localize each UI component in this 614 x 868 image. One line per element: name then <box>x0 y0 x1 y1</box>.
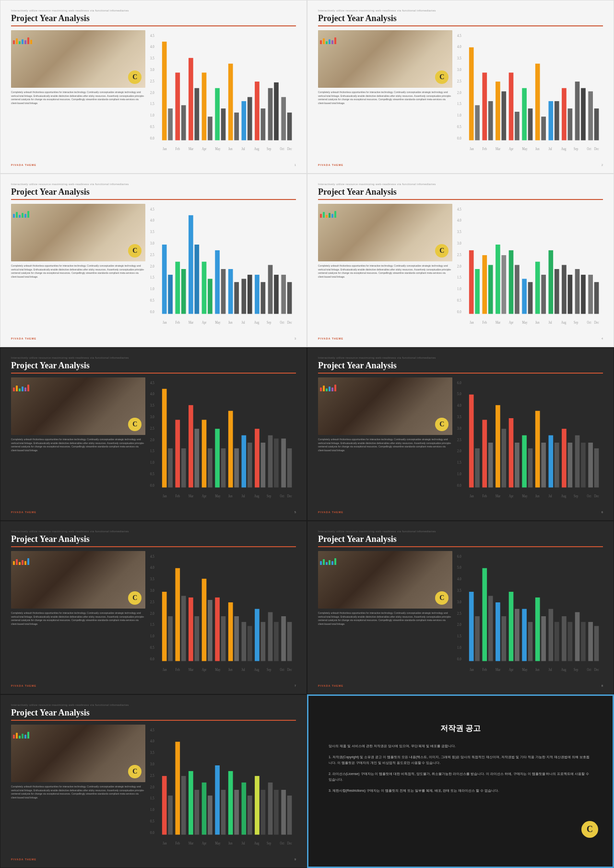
slide-1-thumbnail: C <box>11 30 145 88</box>
slide-9-body: Completely unleash frictionless opportun… <box>11 785 145 799</box>
slide-7-footer: PIVADA THEME 7 <box>11 684 296 687</box>
svg-text:3.5: 3.5 <box>150 230 154 235</box>
svg-text:Jul: Jul <box>549 668 552 672</box>
svg-text:Mar: Mar <box>189 320 194 325</box>
svg-text:0.0: 0.0 <box>150 136 154 141</box>
slide-8-title: Project Year Analysis <box>318 534 603 547</box>
svg-text:Oct: Oct <box>587 320 591 325</box>
svg-text:May: May <box>215 320 221 325</box>
svg-text:Apr: Apr <box>202 320 207 325</box>
slide-8-left: C Completely unleash frictionless opport… <box>318 551 452 681</box>
slide-4-body: Completely unleash frictionless opportun… <box>318 264 452 279</box>
svg-text:Apr: Apr <box>509 147 514 151</box>
svg-text:Jan: Jan <box>470 147 474 151</box>
slide-3-content: C Completely unleash frictionless opport… <box>11 204 296 334</box>
svg-rect-100 <box>215 250 220 314</box>
slide-7-content: C Completely unleash frictionless opport… <box>11 551 296 681</box>
svg-text:Apr: Apr <box>202 668 207 672</box>
svg-text:0.5: 0.5 <box>457 124 461 129</box>
svg-text:4.5: 4.5 <box>150 33 154 38</box>
svg-text:Oct: Oct <box>280 668 284 672</box>
svg-text:Sep: Sep <box>267 147 272 151</box>
slide-7-page: 7 <box>295 684 296 687</box>
slide-3-title: Project Year Analysis <box>11 187 296 200</box>
svg-rect-24 <box>255 82 260 140</box>
slide-6-chart: 6.0 5.0 4.0 3.5 3.0 2.5 2.0 1.5 1.0 0.0 <box>457 377 603 508</box>
svg-text:May: May <box>522 147 528 151</box>
svg-rect-343 <box>195 790 200 835</box>
svg-text:Jan: Jan <box>163 320 167 325</box>
svg-rect-229 <box>562 429 567 487</box>
ad-logo: C <box>581 821 598 838</box>
svg-text:2.0: 2.0 <box>150 785 154 789</box>
svg-rect-230 <box>568 443 573 488</box>
svg-rect-226 <box>542 443 546 488</box>
slide-7-subtitle: Interactively utilize resource maximizin… <box>11 530 296 533</box>
svg-rect-16 <box>202 72 207 140</box>
svg-text:0.0: 0.0 <box>150 483 154 488</box>
svg-rect-175 <box>168 448 173 488</box>
svg-rect-183 <box>221 448 226 488</box>
slide-5-brand: PIVADA THEME <box>11 511 36 514</box>
svg-text:Jan: Jan <box>470 320 474 325</box>
svg-text:2.0: 2.0 <box>457 264 461 269</box>
svg-rect-215 <box>469 395 474 488</box>
svg-rect-261 <box>195 616 200 661</box>
svg-rect-218 <box>488 443 493 488</box>
svg-text:1.5: 1.5 <box>150 275 154 280</box>
svg-rect-92 <box>162 245 167 314</box>
svg-rect-341 <box>181 776 186 834</box>
svg-text:Mar: Mar <box>189 147 194 151</box>
svg-rect-147 <box>562 265 567 314</box>
svg-text:4.5: 4.5 <box>150 554 154 559</box>
svg-rect-234 <box>594 448 599 488</box>
svg-rect-270 <box>255 609 260 661</box>
svg-rect-184 <box>228 411 233 488</box>
svg-rect-148 <box>568 275 573 314</box>
svg-rect-257 <box>168 616 173 661</box>
slide-4-left: C Completely unleash frictionless opport… <box>318 204 452 334</box>
svg-text:Dec: Dec <box>287 841 292 845</box>
svg-text:2.5: 2.5 <box>457 611 461 616</box>
slide-4-chart: 4.5 4.0 3.5 3.0 2.5 2.0 1.5 1.0 0.5 0.0 <box>457 204 603 334</box>
svg-text:4.5: 4.5 <box>457 207 461 211</box>
svg-rect-232 <box>581 443 586 488</box>
svg-rect-189 <box>261 443 266 488</box>
svg-rect-61 <box>535 64 540 141</box>
svg-text:Jan: Jan <box>163 841 167 845</box>
svg-text:3.5: 3.5 <box>457 588 461 593</box>
svg-rect-354 <box>268 783 273 835</box>
svg-rect-70 <box>594 108 599 140</box>
svg-text:1.0: 1.0 <box>150 460 154 465</box>
svg-rect-345 <box>208 796 213 835</box>
slide-4-subtitle: Interactively utilize resource maximizin… <box>318 183 603 186</box>
svg-rect-135 <box>483 255 487 314</box>
slide-4-content: C Completely unleash frictionless opport… <box>318 204 603 334</box>
svg-rect-179 <box>195 429 200 487</box>
svg-rect-25 <box>261 108 266 140</box>
svg-rect-62 <box>542 117 546 140</box>
slide-6-page: 6 <box>602 511 603 514</box>
svg-text:3.0: 3.0 <box>150 762 154 766</box>
slide-9-content: C Completely unleash frictionless opport… <box>11 725 296 855</box>
slide-4-page: 4 <box>602 337 603 340</box>
svg-rect-216 <box>475 448 480 488</box>
svg-rect-111 <box>287 282 292 314</box>
svg-rect-300 <box>488 596 493 661</box>
svg-rect-143 <box>535 262 540 314</box>
svg-text:Dec: Dec <box>287 147 292 151</box>
svg-text:Oct: Oct <box>587 668 591 672</box>
svg-rect-303 <box>509 592 514 661</box>
svg-text:Aug: Aug <box>561 494 567 498</box>
svg-text:0.5: 0.5 <box>150 471 154 476</box>
svg-text:Dec: Dec <box>594 320 599 325</box>
svg-rect-136 <box>488 265 493 314</box>
slide-5-page: 5 <box>295 511 296 514</box>
slide-1-content: C Completely unleash frictionless opport… <box>11 30 296 161</box>
svg-rect-102 <box>228 269 233 314</box>
svg-rect-141 <box>522 279 527 314</box>
svg-text:Aug: Aug <box>254 668 260 672</box>
svg-text:4.0: 4.0 <box>150 565 154 570</box>
svg-text:3.5: 3.5 <box>150 751 154 755</box>
svg-rect-28 <box>282 97 286 140</box>
